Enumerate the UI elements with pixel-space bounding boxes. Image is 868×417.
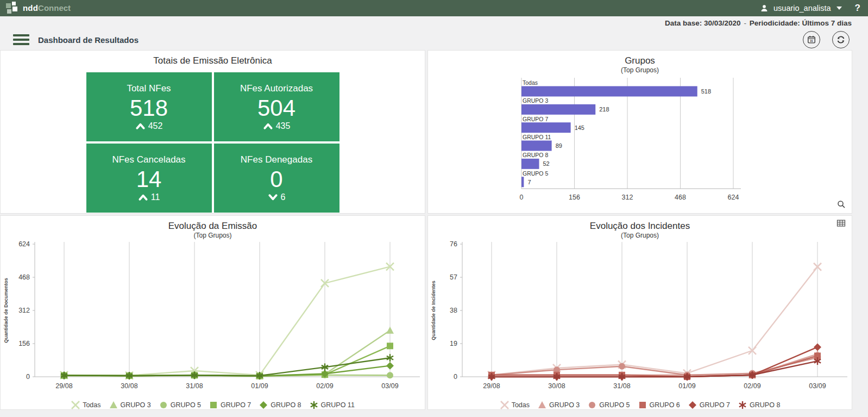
grupos-panel: Grupos (Top Grupos) Todas518GRUPO 3218GR… bbox=[427, 50, 852, 214]
data-point-marker bbox=[501, 401, 508, 409]
svg-text:Quantidade de Incidentes: Quantidade de Incidentes bbox=[431, 281, 436, 340]
svg-text:30/08: 30/08 bbox=[121, 382, 137, 390]
period-label: Periodicidade: bbox=[750, 19, 800, 27]
svg-text:7: 7 bbox=[527, 179, 531, 185]
svg-text:03/09: 03/09 bbox=[809, 382, 826, 390]
kpi-delta-value: 11 bbox=[151, 192, 160, 202]
legend-item-GRUPO 8[interactable]: GRUPO 8 bbox=[738, 401, 780, 409]
kpi-card-nfes-denegadas[interactable]: NFes Denegadas 0 6 bbox=[214, 144, 339, 213]
bar-GRUPO 11[interactable] bbox=[521, 141, 552, 151]
data-point-marker bbox=[110, 401, 117, 408]
legend-item-GRUPO 5[interactable]: GRUPO 5 bbox=[159, 401, 201, 409]
incidentes-title: Evolução dos Incidentes bbox=[428, 220, 852, 232]
brand-bold: ndd bbox=[23, 3, 38, 13]
data-point-marker bbox=[387, 343, 393, 349]
kpi-card-nfes-canceladas[interactable]: NFes Canceladas 14 11 bbox=[86, 144, 212, 213]
bar-Todas[interactable] bbox=[521, 86, 697, 97]
svg-text:312: 312 bbox=[18, 307, 30, 314]
kpi-value: 518 bbox=[130, 95, 168, 121]
svg-text:52: 52 bbox=[543, 160, 550, 167]
data-point-marker bbox=[689, 401, 696, 409]
magnifier-icon bbox=[836, 200, 846, 209]
svg-text:468: 468 bbox=[18, 273, 30, 281]
svg-text:31/08: 31/08 bbox=[186, 382, 203, 390]
svg-text:38: 38 bbox=[450, 307, 457, 314]
kpi-card-total-nfes[interactable]: Total NFes 518 452 bbox=[86, 72, 212, 141]
kpi-label: Total NFes bbox=[127, 83, 171, 94]
svg-text:GRUPO 3: GRUPO 3 bbox=[523, 97, 548, 104]
legend-item-GRUPO 3[interactable]: GRUPO 3 bbox=[109, 401, 151, 409]
kpi-value: 14 bbox=[136, 166, 162, 192]
zoom-button[interactable] bbox=[836, 200, 846, 211]
bar-GRUPO 5[interactable] bbox=[521, 177, 524, 187]
data-point-marker bbox=[386, 327, 394, 334]
data-point-marker bbox=[814, 343, 821, 351]
calendar-icon: 31 bbox=[806, 34, 817, 45]
data-point-marker bbox=[619, 363, 625, 370]
menu-button[interactable] bbox=[13, 32, 29, 47]
svg-text:76: 76 bbox=[450, 240, 457, 248]
bar-GRUPO 3[interactable] bbox=[521, 104, 595, 115]
bar-GRUPO 8[interactable] bbox=[521, 159, 539, 169]
svg-text:GRUPO 8: GRUPO 8 bbox=[523, 152, 548, 158]
kpi-label: NFes Autorizadas bbox=[240, 83, 313, 94]
totais-title: Totais de Emissão Eletrônica bbox=[1, 55, 425, 66]
svg-text:624: 624 bbox=[728, 194, 739, 201]
legend-item-GRUPO 3[interactable]: GRUPO 3 bbox=[537, 401, 580, 409]
trend-up-icon bbox=[135, 122, 146, 130]
separator: - bbox=[743, 19, 747, 27]
kpi-delta-value: 6 bbox=[281, 192, 286, 202]
data-point-marker bbox=[538, 401, 546, 408]
legend-item-GRUPO 5[interactable]: GRUPO 5 bbox=[587, 401, 630, 409]
page-title: Dashboard de Resultados bbox=[38, 35, 139, 45]
kpi-delta-value: 435 bbox=[276, 121, 291, 131]
ndd-logo: nddConnect bbox=[5, 2, 71, 15]
svg-text:156: 156 bbox=[18, 340, 30, 347]
legend-item-Todas[interactable]: Todas bbox=[500, 401, 530, 409]
trend-up-icon bbox=[138, 194, 148, 201]
user-icon bbox=[759, 3, 769, 13]
table-view-button[interactable] bbox=[836, 219, 846, 229]
legend-item-GRUPO 7[interactable]: GRUPO 7 bbox=[209, 401, 251, 409]
emissao-panel: Evolução da Emissão (Top Grupos) 0156312… bbox=[0, 215, 425, 410]
top-bar: nddConnect usuario_analista ? bbox=[0, 0, 868, 16]
data-point-marker bbox=[260, 401, 267, 409]
user-menu[interactable]: usuario_analista bbox=[759, 3, 842, 13]
incidentes-panel: Evolução dos Incidentes (Top Grupos) 019… bbox=[427, 215, 852, 410]
username: usuario_analista bbox=[773, 4, 831, 13]
help-button[interactable]: ? bbox=[855, 3, 860, 14]
svg-text:GRUPO 5: GRUPO 5 bbox=[523, 170, 548, 177]
svg-text:01/09: 01/09 bbox=[251, 382, 268, 390]
table-icon bbox=[836, 219, 846, 228]
svg-text:30/08: 30/08 bbox=[548, 382, 565, 390]
calendar-button[interactable]: 31 bbox=[803, 31, 820, 48]
legend-item-Todas[interactable]: Todas bbox=[71, 401, 100, 409]
legend-item-GRUPO 6[interactable]: GRUPO 6 bbox=[638, 401, 680, 409]
svg-text:145: 145 bbox=[575, 125, 584, 131]
brand-text: nddConnect bbox=[23, 3, 71, 13]
svg-text:29/08: 29/08 bbox=[55, 382, 72, 390]
kpi-card-nfes-autorizadas[interactable]: NFes Autorizadas 504 435 bbox=[214, 72, 339, 141]
svg-text:31/08: 31/08 bbox=[613, 382, 630, 390]
svg-text:624: 624 bbox=[18, 240, 30, 248]
svg-text:GRUPO 11: GRUPO 11 bbox=[523, 134, 551, 140]
bar-GRUPO 7[interactable] bbox=[521, 122, 571, 133]
logo-squares-icon bbox=[5, 2, 18, 15]
legend-item-GRUPO 11[interactable]: GRUPO 11 bbox=[309, 401, 355, 409]
legend-item-GRUPO 7[interactable]: GRUPO 7 bbox=[688, 401, 730, 409]
legend-item-GRUPO 8[interactable]: GRUPO 8 bbox=[259, 401, 301, 409]
svg-text:218: 218 bbox=[599, 106, 609, 113]
svg-text:19: 19 bbox=[450, 340, 457, 347]
trend-up-icon bbox=[263, 122, 273, 130]
refresh-button[interactable] bbox=[832, 31, 850, 48]
svg-text:518: 518 bbox=[701, 88, 711, 95]
kpi-value: 0 bbox=[270, 166, 282, 192]
svg-text:GRUPO 7: GRUPO 7 bbox=[523, 116, 548, 122]
dashboard-grid: Totais de Emissão Eletrônica Total NFes … bbox=[0, 50, 868, 417]
series-line-GRUPO 6 bbox=[492, 356, 817, 377]
series-line-GRUPO 5 bbox=[492, 358, 817, 375]
trend-down-icon bbox=[268, 194, 278, 201]
svg-text:57: 57 bbox=[450, 273, 457, 281]
svg-text:29/08: 29/08 bbox=[483, 382, 500, 390]
kpi-label: NFes Canceladas bbox=[112, 154, 185, 165]
